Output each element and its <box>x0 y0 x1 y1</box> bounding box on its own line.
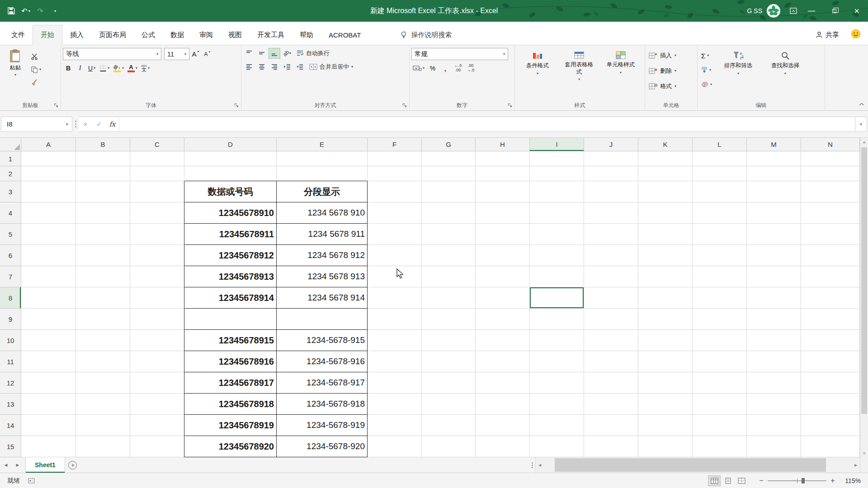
cell-G4[interactable] <box>422 202 476 224</box>
autosum-button[interactable]: Σ▾ <box>699 50 714 61</box>
align-left-button[interactable] <box>243 61 255 72</box>
cell-D4[interactable]: 12345678910 <box>184 202 277 224</box>
cell-G2[interactable] <box>422 166 476 181</box>
account-label[interactable]: G SS <box>747 7 762 14</box>
cell-K14[interactable] <box>638 415 693 436</box>
column-header-G[interactable]: G <box>422 138 476 151</box>
formula-bar-expand-button[interactable]: ▾ <box>855 117 867 132</box>
scroll-up-icon[interactable]: ▲ <box>860 138 868 146</box>
cell-A11[interactable] <box>21 351 76 372</box>
cell-D15[interactable]: 12345678920 <box>184 436 277 457</box>
close-button[interactable]: × <box>845 0 868 22</box>
zoom-slider[interactable] <box>768 475 826 486</box>
tab-开发工具[interactable]: 开发工具 <box>250 25 292 45</box>
cell-I8[interactable] <box>530 287 584 309</box>
cell-E1[interactable] <box>277 151 368 166</box>
sheet-nav-right-button[interactable]: ▶ <box>12 457 24 473</box>
horizontal-scroll-track[interactable] <box>544 457 852 473</box>
font-color-button[interactable]: A ▾ <box>126 63 139 74</box>
increase-indent-button[interactable] <box>294 61 306 72</box>
copy-button[interactable]: ▾ <box>29 64 43 75</box>
cell-M2[interactable] <box>747 166 801 181</box>
cell-D1[interactable] <box>184 151 277 166</box>
cell-B1[interactable] <box>76 151 130 166</box>
cell-E7[interactable]: 1234 5678 913 <box>277 266 368 287</box>
tell-me-search[interactable]: 操作说明搜索 <box>400 25 452 45</box>
cell-N11[interactable] <box>801 351 860 372</box>
alignment-dialog-launcher[interactable] <box>401 102 408 108</box>
cell-J15[interactable] <box>584 436 638 457</box>
row-header-15[interactable]: 15 <box>0 436 21 457</box>
cell-K2[interactable] <box>638 166 693 181</box>
cell-F12[interactable] <box>368 372 422 394</box>
cell-N9[interactable] <box>801 309 860 330</box>
cell-B14[interactable] <box>76 415 130 436</box>
tab-审阅[interactable]: 审阅 <box>192 25 221 45</box>
tab-数据[interactable]: 数据 <box>163 25 192 45</box>
bold-button[interactable]: B <box>63 63 74 74</box>
redo-button[interactable]: ↷ <box>33 4 47 18</box>
cell-B15[interactable] <box>76 436 130 457</box>
accounting-format-button[interactable]: ¥ ▾ <box>411 63 426 74</box>
conditional-formatting-button[interactable]: 条件格式 ▾ <box>517 47 558 97</box>
cell-L4[interactable] <box>693 202 747 224</box>
row-header-4[interactable]: 4 <box>0 202 21 224</box>
normal-view-button[interactable] <box>708 475 721 486</box>
cell-C9[interactable] <box>130 309 184 330</box>
cell-C5[interactable] <box>130 224 184 245</box>
cell-E14[interactable]: 1234-5678-919 <box>277 415 368 436</box>
name-box-dropdown-icon[interactable]: ▾ <box>63 122 71 127</box>
cell-M8[interactable] <box>747 287 801 309</box>
row-header-3[interactable]: 3 <box>0 181 21 202</box>
zoom-level[interactable]: 115% <box>838 477 868 484</box>
horizontal-scroll-thumb[interactable] <box>555 458 826 472</box>
cell-G3[interactable] <box>422 181 476 202</box>
cell-M14[interactable] <box>747 415 801 436</box>
cell-A7[interactable] <box>21 266 76 287</box>
scroll-left-icon[interactable]: ◀ <box>536 457 544 473</box>
cell-M3[interactable] <box>747 181 801 202</box>
cell-E5[interactable]: 1234 5678 911 <box>277 224 368 245</box>
cell-E6[interactable]: 1234 5678 912 <box>277 245 368 266</box>
cell-K13[interactable] <box>638 394 693 415</box>
cell-K7[interactable] <box>638 266 693 287</box>
cell-L15[interactable] <box>693 436 747 457</box>
cell-A10[interactable] <box>21 330 76 351</box>
cell-E3[interactable]: 分段显示 <box>277 181 368 202</box>
cell-D6[interactable]: 12345678912 <box>184 245 277 266</box>
percent-style-button[interactable]: % <box>427 63 439 74</box>
new-sheet-button[interactable]: + <box>65 457 80 473</box>
cell-L1[interactable] <box>693 151 747 166</box>
cell-K10[interactable] <box>638 330 693 351</box>
cell-G1[interactable] <box>422 151 476 166</box>
cell-G8[interactable] <box>422 287 476 309</box>
row-header-5[interactable]: 5 <box>0 224 21 245</box>
cell-C4[interactable] <box>130 202 184 224</box>
cell-A13[interactable] <box>21 394 76 415</box>
tab-scroll-splitter[interactable] <box>529 457 535 473</box>
cell-F3[interactable] <box>368 181 422 202</box>
cell-G9[interactable] <box>422 309 476 330</box>
cell-N6[interactable] <box>801 245 860 266</box>
cell-I9[interactable] <box>530 309 584 330</box>
cell-I13[interactable] <box>530 394 584 415</box>
cell-D14[interactable]: 12345678919 <box>184 415 277 436</box>
cell-A8[interactable] <box>21 287 76 309</box>
cell-A4[interactable] <box>21 202 76 224</box>
cell-M7[interactable] <box>747 266 801 287</box>
tab-公式[interactable]: 公式 <box>134 25 163 45</box>
cell-H1[interactable] <box>476 151 530 166</box>
cell-C14[interactable] <box>130 415 184 436</box>
cell-H10[interactable] <box>476 330 530 351</box>
cell-F7[interactable] <box>368 266 422 287</box>
cell-J2[interactable] <box>584 166 638 181</box>
cell-F14[interactable] <box>368 415 422 436</box>
increase-font-size-button[interactable]: A▲ <box>190 49 201 60</box>
clipboard-dialog-launcher[interactable] <box>53 102 59 108</box>
cell-A1[interactable] <box>21 151 76 166</box>
cell-D13[interactable]: 12345678918 <box>184 394 277 415</box>
tab-页面布局[interactable]: 页面布局 <box>91 25 134 45</box>
cell-M12[interactable] <box>747 372 801 394</box>
cell-H6[interactable] <box>476 245 530 266</box>
font-name-select[interactable]: 等线▾ <box>63 48 161 60</box>
